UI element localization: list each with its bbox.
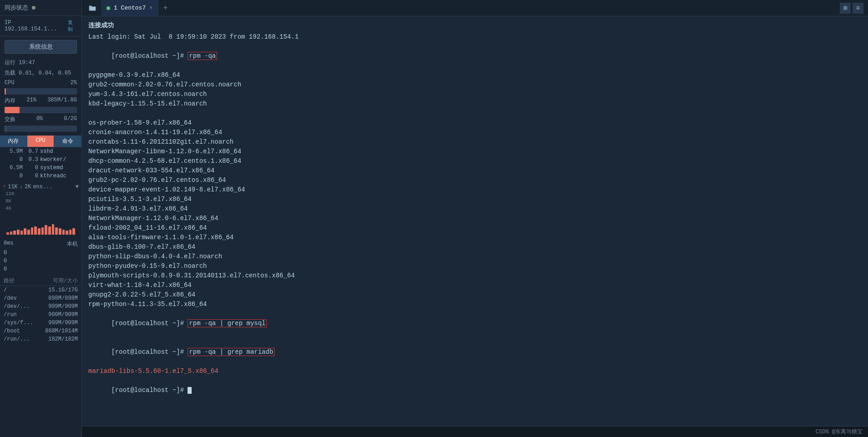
cmd-3: rpm -qa | grep mariadb — [188, 348, 274, 356]
latency-0: 0 — [4, 250, 7, 256]
swap-pct: 0% — [36, 116, 43, 123]
proc-cpu-1: 0.3 — [25, 156, 38, 163]
process-tab-row: 内存 CPU 命令 — [0, 136, 81, 147]
net-iface: ens... — [33, 184, 52, 190]
grid-view-button[interactable]: ⊞ — [840, 3, 851, 14]
prompt-line-3: [root@localhost ~]# rpm -qa | grep maria… — [88, 338, 862, 367]
proc-mem-3: 0 — [5, 173, 23, 179]
disk-row-root: / 15.1G/17G — [0, 286, 81, 294]
prompt-line-1: [root@localhost ~]# rpm -qa — [88, 42, 862, 70]
topbar-right: ⊞ ≡ — [840, 0, 868, 16]
pkg-line-4: os-prober-1.58-9.el7.x86_64 — [88, 118, 862, 128]
disk-row-sys: /sys/f... 909M/909M — [0, 319, 81, 327]
disk-avail-4: 909M/909M — [48, 320, 78, 326]
net-chevron: ▼ — [76, 184, 79, 190]
list-view-button[interactable]: ≡ — [853, 3, 863, 14]
disk-path-0: / — [4, 287, 7, 293]
tab-centos7[interactable]: 1 Centos7 × — [101, 0, 158, 16]
footer-label: CSDN @东离与糖宝 — [816, 428, 863, 436]
latency-2: 0 — [4, 266, 7, 272]
disk-row-dev2: /dev/... 909M/909M — [0, 302, 81, 311]
net-up-icon: ↑ — [3, 184, 6, 190]
tab-cpu[interactable]: CPU — [27, 136, 55, 147]
pkg-line-8: dhcp-common-4.2.5-68.el7.centos.1.x86_64 — [88, 156, 862, 166]
conn-success: 连接成功 — [88, 21, 862, 30]
proc-cpu-3: 0 — [25, 173, 38, 179]
cpu-pct: 2% — [71, 80, 77, 86]
tab-active-dot — [107, 6, 110, 10]
sysinfo-button[interactable]: 系统信息 — [5, 40, 77, 54]
prompt-2: [root@localhost ~]# — [111, 320, 188, 327]
proc-mem-2: 6.5M — [5, 165, 23, 171]
chart-label-12k: 12K — [5, 191, 15, 196]
disk-avail-2: 909M/909M — [48, 303, 78, 310]
process-row: 5.9M 0.7 sshd — [2, 147, 80, 156]
disk-avail-1: 898M/898M — [48, 295, 78, 301]
latency-row-1: 0 — [4, 257, 78, 265]
tab-mem[interactable]: 内存 — [0, 136, 27, 147]
mem-bar-fill — [5, 107, 20, 113]
mariadb-result: mariadb-libs-5.5.60-1.el7_5.x86_64 — [88, 367, 862, 376]
latency-row: 0ms 本机 — [4, 239, 78, 249]
net-down-icon: ↓ — [20, 184, 23, 190]
mem-stat-row: 内存 21% 385M/1.8G — [0, 95, 81, 106]
pkg-line-10: grub2-pc-2.02-0.76.el7.centos.x86_64 — [88, 176, 862, 185]
sync-status-label: 同步状态 — [5, 4, 28, 12]
ip-label: IP 192.168.154.1... — [5, 20, 61, 32]
tab-close-button[interactable]: × — [149, 5, 152, 11]
proc-name-2: systemd — [40, 165, 77, 171]
tab-cmd[interactable]: 命令 — [54, 136, 81, 147]
pkg-line-5: cronie-anacron-1.4.11-19.el7.x86_64 — [88, 128, 862, 137]
bar-5 — [24, 228, 26, 235]
swap-label: 交换 — [5, 116, 15, 123]
bar-13 — [52, 224, 55, 235]
last-login-line: Last login: Sat Jul 8 19:59:10 2023 from… — [88, 32, 862, 42]
swap-stat-row: 交换 0% 0/2G — [0, 114, 81, 125]
disk-path-4: /sys/f... — [4, 320, 33, 326]
runtime-label: 运行 19:47 — [5, 59, 35, 66]
tab-label: 1 Centos7 — [114, 5, 146, 11]
bar-4 — [20, 231, 23, 235]
pkg-line-9: dracut-network-033-554.el7.x86_64 — [88, 166, 862, 176]
tab-add-button[interactable]: + — [158, 0, 172, 16]
load-row: 负载 0.01, 0.04, 0.05 — [0, 68, 81, 78]
proc-cpu-0: 0.7 — [25, 148, 38, 155]
prompt-line-4: [root@localhost ~]# — [88, 376, 862, 405]
proc-name-1: kworker/ — [40, 156, 77, 163]
folder-icon-button[interactable] — [84, 0, 101, 16]
bar-14 — [55, 227, 58, 235]
mem-detail: 385M/1.8G — [47, 97, 77, 105]
disk-path-6: /run/... — [4, 336, 30, 342]
disk-row-boot: /boot 868M/1014M — [0, 327, 81, 335]
disk-section: 路径 可用/大小 / 15.1G/17G /dev 898M/898M /dev… — [0, 276, 81, 437]
mem-bar-bg — [5, 107, 77, 113]
pkg-line-3: kbd-legacy-1.15.5-15.el7.noarch — [88, 99, 862, 109]
ip-row: IP 192.168.154.1... 复制 — [0, 16, 81, 36]
pkg-line-21: virt-what-1.18-4.el7.x86_64 — [88, 281, 862, 290]
proc-mem-0: 5.9M — [5, 148, 23, 155]
latency-val: 0ms — [4, 240, 14, 248]
bar-2 — [13, 231, 16, 235]
copy-button[interactable]: 复制 — [64, 19, 77, 33]
pkg-line-23: rpm-python-4.11.3-35.el7.x86_64 — [88, 300, 862, 309]
footer: CSDN @东离与糖宝 — [82, 426, 868, 437]
cpu-bar-fill — [5, 88, 6, 95]
chart-label-4k: 4K — [5, 206, 11, 211]
bar-1 — [10, 231, 13, 235]
bar-12 — [48, 226, 51, 235]
terminal[interactable]: 连接成功 Last login: Sat Jul 8 19:59:10 2023… — [82, 16, 868, 426]
pkg-line-14: NetworkManager-1.12.0-6.el7.x86_64 — [88, 214, 862, 223]
latency-row-2: 0 — [4, 265, 78, 273]
disk-avail-6: 182M/182M — [48, 336, 78, 342]
bar-9 — [38, 228, 41, 235]
disk-path-1: /dev — [4, 295, 17, 301]
cpu-stat-row: CPU 2% — [0, 78, 81, 87]
bar-16 — [62, 230, 65, 235]
bar-18 — [69, 230, 72, 235]
disk-path-2: /dev/... — [4, 303, 30, 310]
latency-section: 0ms 本机 0 0 0 — [0, 239, 81, 273]
prompt-4: [root@localhost ~]# — [111, 387, 188, 394]
pkg-line-15: fxload-2002_04_11-16.el7.x86_64 — [88, 223, 862, 233]
process-row: 0 0.3 kworker/ — [2, 156, 80, 164]
disk-avail-0: 15.1G/17G — [48, 287, 78, 293]
